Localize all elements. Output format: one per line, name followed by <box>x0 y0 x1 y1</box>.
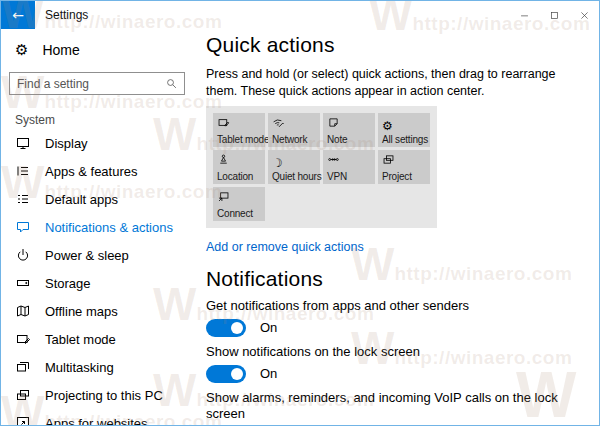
sidebar-item-storage[interactable]: Storage <box>1 269 193 297</box>
storage-icon <box>15 275 31 291</box>
sidebar: ⚙ Home System DisplayApps & featuresDefa… <box>1 29 193 425</box>
sidebar-item-notifications-actions[interactable]: Notifications & actions <box>1 213 193 241</box>
sidebar-item-label: Storage <box>45 276 91 291</box>
sidebar-item-default-apps[interactable]: Default apps <box>1 185 193 213</box>
sidebar-item-projecting-to-this-pc[interactable]: Projecting to this PC <box>1 381 193 409</box>
toggle-knob <box>231 368 243 380</box>
quick-action-tile-label: Quiet hours <box>272 171 322 182</box>
home-label: Home <box>42 42 79 58</box>
toggle-state-label: On <box>260 320 277 335</box>
sidebar-list: DisplayApps & featuresDefault appsNotifi… <box>1 129 193 426</box>
gear-icon: ⚙ <box>15 42 28 58</box>
network-icon <box>272 116 316 130</box>
apps-websites-icon <box>15 415 31 426</box>
app-body: ⚙ Home System DisplayApps & featuresDefa… <box>1 29 599 425</box>
sidebar-item-label: Offline maps <box>45 304 118 319</box>
search-button[interactable] <box>158 77 184 90</box>
sidebar-item-label: Projecting to this PC <box>45 388 163 403</box>
settings-window: ← Settings ⚙ Home System DisplayApps & f… <box>0 0 600 426</box>
main-content: Quick actions Press and hold (or select)… <box>193 29 599 425</box>
toggle-row: On <box>206 365 581 383</box>
sidebar-item-apps-features[interactable]: Apps & features <box>1 157 193 185</box>
power-icon <box>15 247 31 263</box>
all-settings-icon: ⚙ <box>382 116 426 130</box>
minimize-button[interactable] <box>509 1 539 29</box>
quick-action-tile-label: Network <box>272 134 307 145</box>
sidebar-item-home[interactable]: ⚙ Home <box>1 33 193 67</box>
toggle-knob <box>231 322 243 334</box>
tablet-mode-icon <box>217 116 261 130</box>
maximize-icon <box>549 10 560 21</box>
sidebar-item-offline-maps[interactable]: Offline maps <box>1 297 193 325</box>
project-icon <box>382 153 426 167</box>
notifications-icon <box>15 219 31 235</box>
notification-setting: Show alarms, reminders, and incoming VoI… <box>206 390 581 426</box>
quick-action-tile-network[interactable]: Network <box>268 113 320 147</box>
notification-setting: Get notifications from apps and other se… <box>206 298 581 337</box>
default-apps-icon <box>15 191 31 207</box>
back-button[interactable]: ← <box>1 1 35 29</box>
notifications-title: Notifications <box>206 267 581 291</box>
quick-action-tile-project[interactable]: Project <box>378 150 430 184</box>
quick-action-tile-all-settings[interactable]: ⚙All settings <box>378 113 430 147</box>
sidebar-item-label: Notifications & actions <box>45 220 173 235</box>
sidebar-section-label: System <box>15 113 193 127</box>
quick-action-tile-tablet-mode[interactable]: Tablet mode <box>213 113 265 147</box>
sidebar-item-label: Apps & features <box>45 164 138 179</box>
apps-features-icon <box>15 163 31 179</box>
offline-maps-icon <box>15 303 31 319</box>
location-icon <box>217 153 261 167</box>
multitasking-icon <box>15 359 31 375</box>
window-title: Settings <box>35 1 509 29</box>
tablet-icon <box>15 331 31 347</box>
quick-action-tile-label: VPN <box>327 171 347 182</box>
search-icon <box>165 77 178 90</box>
toggle-row: On <box>206 319 581 337</box>
maximize-button[interactable] <box>539 1 569 29</box>
sidebar-item-apps-for-websites[interactable]: Apps for websites <box>1 409 193 426</box>
close-button[interactable] <box>569 1 599 29</box>
close-icon <box>579 10 590 21</box>
quick-action-tile-label: Connect <box>217 208 253 219</box>
quick-action-tile-vpn[interactable]: VPN <box>323 150 375 184</box>
setting-label: Get notifications from apps and other se… <box>206 298 581 314</box>
connect-icon <box>217 190 261 204</box>
sidebar-item-label: Apps for websites <box>45 416 148 426</box>
sidebar-item-label: Power & sleep <box>45 248 129 263</box>
quiet-hours-icon: ☽ <box>272 153 316 167</box>
search-input[interactable] <box>10 77 158 91</box>
add-remove-quick-actions-link[interactable]: Add or remove quick actions <box>206 240 364 254</box>
vpn-icon <box>327 153 371 167</box>
quick-action-tile-connect[interactable]: Connect <box>213 187 265 221</box>
sidebar-item-display[interactable]: Display <box>1 129 193 157</box>
sidebar-item-tablet-mode[interactable]: Tablet mode <box>1 325 193 353</box>
quick-actions-grid: Tablet modeNetworkNote⚙All settingsLocat… <box>206 106 437 228</box>
quick-action-tile-label: Location <box>217 171 253 182</box>
quick-action-tile-note[interactable]: Note <box>323 113 375 147</box>
projecting-icon <box>15 387 31 403</box>
display-icon <box>15 135 31 151</box>
title-bar: ← Settings <box>1 1 599 29</box>
quick-action-tile-label: All settings <box>382 134 428 145</box>
toggle-switch[interactable] <box>206 319 246 337</box>
sidebar-item-label: Display <box>45 136 88 151</box>
notification-setting: Show notifications on the lock screenOn <box>206 344 581 383</box>
quick-action-tile-label: Note <box>327 134 347 145</box>
quick-actions-description: Press and hold (or select) quick actions… <box>206 66 581 100</box>
sidebar-item-label: Default apps <box>45 192 118 207</box>
search-box <box>9 72 185 95</box>
note-icon <box>327 116 371 130</box>
quick-action-tile-label: Project <box>382 171 412 182</box>
quick-action-tile-location[interactable]: Location <box>213 150 265 184</box>
sidebar-item-multitasking[interactable]: Multitasking <box>1 353 193 381</box>
quick-action-tile-quiet-hours[interactable]: ☽Quiet hours <box>268 150 320 184</box>
quick-action-tile-label: Tablet mode <box>217 134 269 145</box>
sidebar-item-power-sleep[interactable]: Power & sleep <box>1 241 193 269</box>
setting-label: Show alarms, reminders, and incoming VoI… <box>206 390 581 422</box>
back-arrow-icon: ← <box>12 7 24 23</box>
setting-label: Show notifications on the lock screen <box>206 344 581 360</box>
toggle-state-label: On <box>260 366 277 381</box>
window-controls <box>509 1 599 29</box>
toggle-switch[interactable] <box>206 365 246 383</box>
sidebar-item-label: Multitasking <box>45 360 114 375</box>
